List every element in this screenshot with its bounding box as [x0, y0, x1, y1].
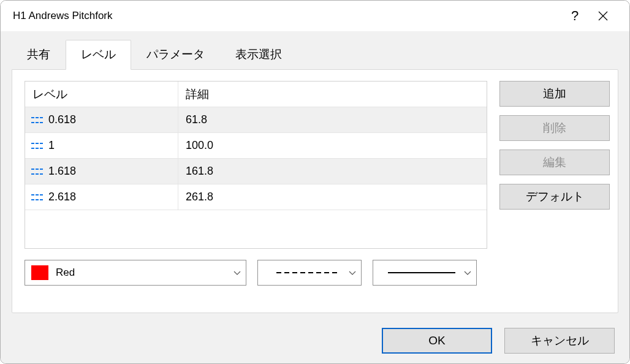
tab-display[interactable]: 表示選択	[220, 40, 297, 69]
level-cell: 1	[25, 133, 178, 158]
tab-levels[interactable]: レベル	[66, 40, 131, 70]
line-style-dropdown[interactable]	[257, 260, 362, 286]
level-cell: 2.618	[25, 184, 178, 210]
detail-cell: 100.0	[178, 139, 487, 152]
window-title: H1 Andrews Pitchfork	[13, 10, 561, 22]
color-dropdown[interactable]: Red	[25, 260, 246, 286]
header-level[interactable]: レベル	[25, 82, 178, 107]
table-row[interactable]: 2.618261.8	[25, 184, 487, 210]
help-icon[interactable]: ?	[561, 2, 589, 30]
tab-share[interactable]: 共有	[12, 40, 66, 69]
table-header: レベル 詳細	[25, 82, 487, 107]
detail-cell: 161.8	[178, 165, 487, 178]
chevron-down-icon	[349, 271, 355, 275]
detail-cell: 261.8	[178, 191, 487, 203]
header-detail[interactable]: 詳細	[178, 86, 487, 102]
table-row[interactable]: 0.61861.8	[25, 107, 487, 133]
color-name: Red	[56, 267, 75, 279]
levels-table: レベル 詳細 0.61861.81100.01.618161.82.618261…	[25, 81, 487, 249]
dash-line-icon	[264, 272, 349, 273]
ok-button[interactable]: OK	[382, 328, 492, 354]
close-icon[interactable]	[589, 2, 617, 30]
detail-cell: 61.8	[178, 113, 487, 126]
dialog-window: H1 Andrews Pitchfork ? 共有 レベル パラメータ 表示選択…	[0, 0, 630, 364]
cancel-button[interactable]: キャンセル	[504, 328, 615, 354]
table-row[interactable]: 1100.0	[25, 133, 487, 159]
level-line-icon	[31, 169, 44, 175]
level-cell: 1.618	[25, 159, 178, 184]
level-cell: 0.618	[25, 107, 178, 132]
table-row[interactable]: 1.618161.8	[25, 159, 487, 184]
tab-strip: 共有 レベル パラメータ 表示選択	[12, 40, 618, 69]
edit-button[interactable]: 編集	[499, 150, 610, 175]
default-button[interactable]: デフォルト	[499, 184, 610, 210]
level-line-icon	[31, 117, 44, 123]
dialog-body: 共有 レベル パラメータ 表示選択 レベル 詳細 0.61861.81100.0…	[1, 31, 629, 364]
solid-line-icon	[379, 272, 464, 273]
chevron-down-icon	[464, 271, 470, 275]
props-row: Red	[25, 260, 487, 286]
tab-params[interactable]: パラメータ	[131, 40, 220, 69]
add-button[interactable]: 追加	[499, 81, 610, 107]
level-line-icon	[31, 194, 44, 200]
titlebar: H1 Andrews Pitchfork ?	[1, 1, 629, 31]
tab-panel: レベル 詳細 0.61861.81100.01.618161.82.618261…	[12, 69, 618, 313]
level-line-icon	[31, 143, 44, 149]
line-width-dropdown[interactable]	[373, 260, 477, 286]
chevron-down-icon	[233, 271, 240, 275]
dialog-footer: OK キャンセル	[382, 328, 615, 354]
delete-button[interactable]: 削除	[499, 115, 610, 141]
color-swatch	[31, 265, 48, 280]
